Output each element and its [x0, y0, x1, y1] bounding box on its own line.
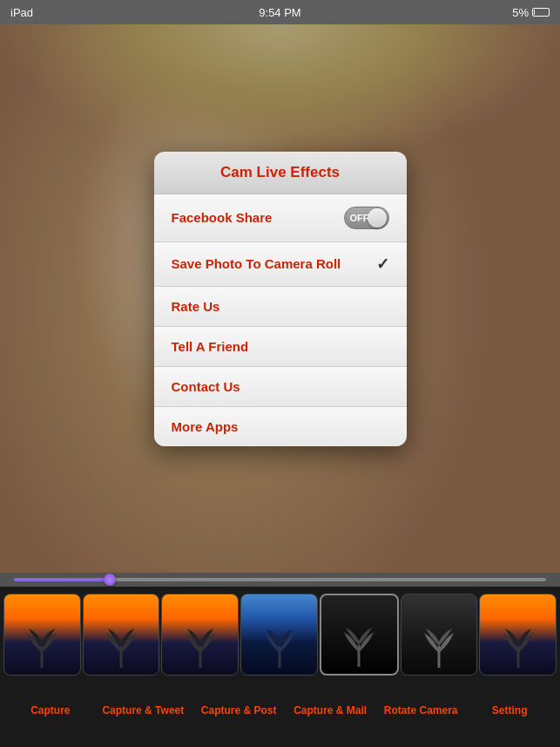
rotate-camera-label: Rotate Camera [384, 704, 458, 716]
modal-overlay: Cam Live Effects Facebook Share OFF Save… [0, 24, 560, 573]
battery-label: 5% [512, 6, 529, 19]
status-bar: iPad 9:54 PM 5% [0, 0, 560, 24]
more-apps-row[interactable]: More Apps [154, 407, 407, 446]
capture-label: Capture [30, 704, 70, 716]
setting-label: Setting [492, 704, 528, 716]
action-buttons: Capture Capture & Tweet Capture & Post C… [0, 682, 560, 738]
capture-tweet-label: Capture & Tweet [102, 704, 184, 716]
slider-thumb[interactable] [104, 574, 116, 586]
capture-tweet-button[interactable]: Capture & Tweet [102, 704, 184, 716]
tell-friend-label: Tell A Friend [172, 339, 249, 354]
modal-title: Cam Live Effects [220, 164, 340, 180]
contact-us-label: Contact Us [172, 379, 240, 394]
save-photo-checkmark: ✓ [376, 255, 389, 274]
effect-thumb-4[interactable] [240, 594, 318, 676]
setting-button[interactable]: Setting [475, 704, 544, 716]
effect-slider-bar[interactable] [0, 573, 560, 587]
effect-thumb-2[interactable] [83, 594, 160, 676]
facebook-share-row[interactable]: Facebook Share OFF [154, 194, 407, 242]
carrier-label: iPad [10, 6, 33, 19]
effect-thumbnail-strip [0, 587, 560, 682]
toggle-off-label: OFF [350, 213, 369, 223]
bottom-toolbar: Capture Capture & Tweet Capture & Post C… [0, 587, 560, 747]
rate-us-label: Rate Us [172, 299, 220, 314]
settings-modal: Cam Live Effects Facebook Share OFF Save… [154, 152, 407, 446]
effect-thumb-1[interactable] [3, 594, 81, 676]
toggle-knob [368, 208, 387, 227]
effect-thumb-6[interactable] [401, 594, 478, 676]
rate-us-row[interactable]: Rate Us [154, 287, 407, 327]
capture-post-label: Capture & Post [201, 704, 277, 716]
modal-header: Cam Live Effects [154, 152, 407, 194]
rotate-camera-button[interactable]: Rotate Camera [384, 704, 458, 716]
time-label: 9:54 PM [259, 6, 300, 19]
save-photo-label: Save Photo To Camera Roll [172, 256, 341, 271]
capture-mail-button[interactable]: Capture & Mail [293, 704, 367, 716]
more-apps-label: More Apps [172, 419, 239, 434]
effect-thumb-7[interactable] [479, 594, 557, 676]
contact-us-row[interactable]: Contact Us [154, 367, 407, 407]
effect-thumb-5[interactable] [320, 594, 399, 676]
save-photo-row[interactable]: Save Photo To Camera Roll ✓ [154, 242, 407, 287]
slider-track[interactable] [14, 578, 546, 581]
capture-mail-label: Capture & Mail [293, 704, 367, 716]
facebook-share-label: Facebook Share [172, 210, 273, 225]
effect-thumb-3[interactable] [161, 594, 239, 676]
facebook-share-toggle[interactable]: OFF [344, 207, 389, 229]
capture-button[interactable]: Capture [16, 704, 85, 716]
tell-friend-row[interactable]: Tell A Friend [154, 327, 407, 367]
capture-post-button[interactable]: Capture & Post [201, 704, 277, 716]
battery-icon [532, 8, 550, 17]
